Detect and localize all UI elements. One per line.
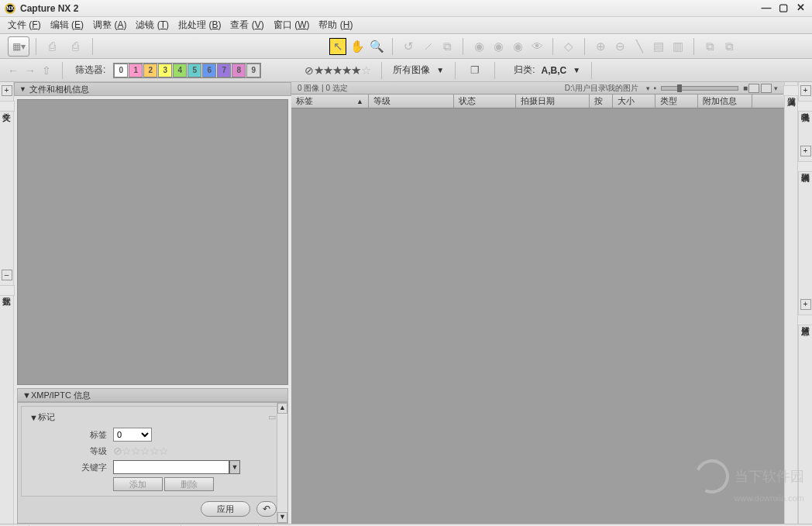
view-grid-icon[interactable] (748, 84, 759, 93)
rail-expand-button[interactable]: + (800, 146, 811, 156)
filter-color-0[interactable]: 0 (114, 64, 128, 77)
keywords-input[interactable] (113, 460, 229, 474)
rail-expand-button-2[interactable]: – (2, 270, 12, 280)
xmp-scrollbar[interactable]: ▲ ▼ (277, 403, 287, 523)
filter-color-9[interactable]: 9 (246, 64, 260, 77)
keywords-dropdown-icon[interactable]: ▼ (229, 460, 240, 474)
crop-icon[interactable]: ⧉ (439, 38, 456, 55)
filter-color-7[interactable]: 7 (217, 64, 231, 77)
menu-w[interactable]: 窗口 (W) (274, 19, 310, 32)
minimize-button[interactable]: — (759, 3, 773, 14)
path-dropdown-icon[interactable]: ▾ (646, 84, 650, 92)
tag-section-header[interactable]: ▼ 标记 ▭ (29, 411, 276, 423)
apply-button[interactable]: 应用 (201, 501, 250, 517)
all-images-dropdown-icon[interactable]: ▼ (436, 66, 444, 74)
filter-rating[interactable]: ⊘★★★★★☆ (304, 64, 370, 77)
rating-input[interactable]: ⊘☆☆☆☆☆ (113, 445, 168, 457)
scroll-up-icon[interactable]: ▲ (277, 403, 287, 414)
toolbar-main: ▦▾ ⎙ ⎙ ↖ ✋ 🔍 ↺ ⟋ ⧉ ◉ ◉ ◉ 👁 ◇ ⊕ ⊖ ╲ ▤ ▥ ⧉… (0, 34, 812, 59)
menu-a[interactable]: 调整 (A) (93, 19, 126, 32)
open-button[interactable]: ⎙ (41, 36, 63, 57)
col-header-0[interactable]: 标签 ▲ (291, 95, 369, 108)
tag-select[interactable]: 0 (113, 428, 152, 442)
workspace-button[interactable]: ▦▾ (8, 36, 29, 57)
rail-tab-browser[interactable]: 浏览器 (783, 85, 800, 96)
col-header-1[interactable]: 等级 (369, 95, 454, 108)
sort-value[interactable]: A,B,C (542, 65, 567, 76)
menu-v[interactable]: 查看 (V) (230, 19, 263, 32)
fileinfo-body (17, 99, 288, 385)
rail-collapse-icon[interactable]: ◢ (803, 112, 808, 119)
rail-expand-button[interactable]: + (800, 85, 811, 96)
select-minus-icon[interactable]: ⧉ (721, 38, 738, 55)
nav-back-icon[interactable]: ← (8, 64, 19, 77)
rail-expand-button[interactable]: + (2, 85, 12, 96)
menu-b[interactable]: 批处理 (B) (178, 19, 221, 32)
select-plus-icon[interactable]: ⧉ (701, 38, 718, 55)
menu-f[interactable]: 文件 (F) (8, 19, 41, 32)
col-header-4[interactable]: 按 (590, 95, 613, 108)
panel-title-fileinfo: 文件和相机信息 (29, 84, 89, 95)
rail-tab-birdview[interactable]: 鸟瞰镜头 (797, 101, 812, 112)
no-star-icon: ⊘ (304, 64, 313, 77)
col-header-6[interactable]: 类型 (655, 95, 698, 108)
filter-color-8[interactable]: 8 (232, 64, 246, 77)
view-dropdown-icon[interactable]: ▾ (774, 84, 778, 92)
minus-control-icon[interactable]: ⊖ (611, 38, 628, 55)
filter-color-6[interactable]: 6 (202, 64, 216, 77)
filter-color-1[interactable]: 1 (129, 64, 143, 77)
straighten-icon[interactable]: ⟋ (419, 38, 436, 55)
menu-h[interactable]: 帮助 (H) (318, 19, 353, 32)
brush-icon[interactable]: ╲ (631, 38, 648, 55)
white-point-icon[interactable]: ◉ (509, 38, 526, 55)
all-images-label[interactable]: 所有图像 (393, 64, 430, 77)
undo-button[interactable]: ↶ (256, 501, 277, 517)
panel-header-xmp[interactable]: ▼ XMP/IPTC 信息 (17, 388, 288, 402)
gray-point-icon[interactable]: ◉ (490, 38, 507, 55)
sort-dropdown-icon[interactable]: ▼ (573, 66, 580, 74)
rail-tab-metadata[interactable]: 元数据 (0, 285, 15, 296)
gradient-icon[interactable]: ▤ (650, 38, 667, 55)
delete-keyword-button[interactable]: 删除 (164, 477, 214, 491)
arrow-tool[interactable]: ↖ (329, 38, 346, 55)
rail-collapse-icon[interactable]: ◢ (803, 172, 808, 180)
rail-tab-photoinfo[interactable]: 照片信息 (797, 315, 812, 325)
lasso-icon[interactable]: ◇ (560, 38, 577, 55)
nav-fwd-icon[interactable]: → (25, 64, 36, 77)
thumb-size-slider[interactable] (661, 86, 738, 91)
nav-up-icon[interactable]: ⇧ (42, 64, 51, 77)
browser-body (291, 108, 784, 524)
maximize-button[interactable]: ▢ (776, 3, 790, 14)
titlebar: NX Capture NX 2 — ▢ ✕ (0, 0, 812, 17)
hand-tool[interactable]: ✋ (349, 38, 366, 55)
rail-tab-folders[interactable]: 文件夹 (0, 101, 15, 112)
rail-collapse-icon[interactable]: ◢ (803, 325, 808, 333)
col-header-7[interactable]: 附加信息 (698, 95, 752, 108)
col-header-3[interactable]: 拍摄日期 (516, 95, 590, 108)
menu-e[interactable]: 编辑 (E) (50, 19, 84, 32)
filter-color-5[interactable]: 5 (188, 64, 201, 77)
col-header-5[interactable]: 大小 (613, 95, 655, 108)
scroll-down-icon[interactable]: ▼ (277, 512, 287, 523)
rail-expand-button[interactable]: + (800, 299, 811, 310)
close-button[interactable]: ✕ (793, 3, 807, 14)
zoom-tool[interactable]: 🔍 (368, 38, 385, 55)
window-title: Capture NX 2 (20, 3, 759, 14)
view-list-icon[interactable] (761, 84, 772, 93)
menu-t[interactable]: 滤镜 (T) (136, 19, 169, 32)
rail-tab-editlist[interactable]: 编辑列表 (797, 161, 812, 172)
redeye-icon[interactable]: 👁 (528, 38, 545, 55)
fill-icon[interactable]: ▥ (669, 38, 686, 55)
rotate-ccw-icon[interactable]: ↺ (400, 38, 417, 55)
filter-color-2[interactable]: 2 (143, 64, 157, 77)
col-header-2[interactable]: 状态 (454, 95, 516, 108)
plus-control-icon[interactable]: ⊕ (592, 38, 609, 55)
compare-icon[interactable]: ❐ (466, 62, 483, 79)
black-point-icon[interactable]: ◉ (470, 38, 487, 55)
filter-color-4[interactable]: 4 (173, 64, 187, 77)
print-button[interactable]: ⎙ (64, 36, 86, 57)
filter-color-3[interactable]: 3 (158, 64, 172, 77)
panel-header-fileinfo[interactable]: ▼ 文件和相机信息 (14, 82, 291, 96)
rail-collapse-icon[interactable]: ◢ (789, 98, 794, 105)
add-keyword-button[interactable]: 添加 (113, 477, 163, 491)
